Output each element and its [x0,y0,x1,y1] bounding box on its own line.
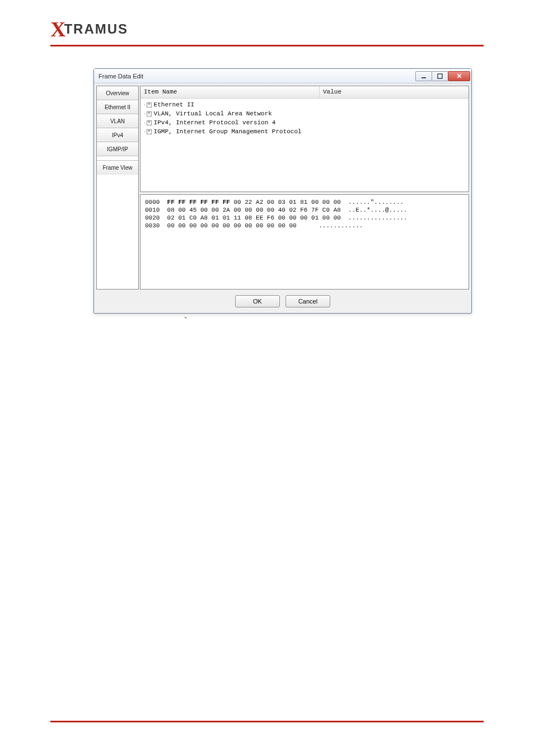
tree-row-label: Ethernet II [154,101,195,108]
tree-row-vlan[interactable]: ·+VLAN, Virtual Local Area Network [143,109,466,118]
stray-quote-mark: " [185,316,187,323]
expand-icon[interactable]: + [147,111,152,116]
tree-connector: · [143,128,147,135]
tree-connector: · [143,101,147,108]
cancel-button[interactable]: Cancel [285,295,330,307]
protocol-tree-panel: Item Name Value ·+Ethernet II ·+VLAN, Vi… [140,86,469,192]
maximize-icon [437,73,443,79]
tree-row-label: IPv4, Internet Protocol version 4 [154,119,276,126]
sidebar-item-frame-view[interactable]: Frame View [97,161,138,175]
svg-rect-0 [421,77,426,78]
tree-connector: · [143,110,147,117]
dialog-button-bar: OK Cancel [94,292,471,313]
tree-row-label: VLAN, Virtual Local Area Network [154,110,272,117]
dialog-sidebar: Overview Ethernet II VLAN IPv4 IGMP/IP F… [96,86,139,290]
expand-icon[interactable]: + [147,120,152,125]
sidebar-item-label: IPv4 [112,132,123,138]
sidebar-item-overview[interactable]: Overview [97,86,138,100]
sidebar-gap [97,156,138,161]
tree-header-item-name: Item Name [140,86,320,98]
hex-line: 0020 02 01 C0 A8 01 01 11 08 EE F6 00 00… [145,214,407,221]
logo-mark: X [50,17,65,41]
sidebar-item-label: Overview [106,90,129,96]
sidebar-item-label: IGMP/IP [107,146,128,152]
logo-text: TRAMUS [64,21,128,37]
tree-rows: ·+Ethernet II ·+VLAN, Virtual Local Area… [140,99,469,138]
header-divider [50,45,484,46]
sidebar-item-label: VLAN [110,118,125,124]
frame-data-edit-dialog: Frame Data Edit Overview Ethernet II VLA… [93,68,472,314]
tree-header: Item Name Value [140,86,469,99]
tree-row-ethernet-ii[interactable]: ·+Ethernet II [143,100,466,109]
svg-rect-1 [438,74,442,78]
tree-row-igmp[interactable]: ·+IGMP, Internet Group Management Protoc… [143,127,466,136]
hex-line: 0000 FF FF FF FF FF FF 00 22 A2 00 03 01… [145,199,404,206]
hex-dump-panel: 0000 FF FF FF FF FF FF 00 22 A2 00 03 01… [140,194,469,290]
ok-button[interactable]: OK [235,295,280,307]
expand-icon[interactable]: + [147,102,152,108]
window-maximize-button[interactable] [432,71,448,81]
dialog-titlebar[interactable]: Frame Data Edit [94,69,471,83]
sidebar-item-igmp-ip[interactable]: IGMP/IP [97,142,138,156]
minimize-icon [421,73,427,79]
sidebar-item-ipv4[interactable]: IPv4 [97,128,138,142]
window-close-button[interactable] [448,71,470,81]
tree-row-ipv4[interactable]: ·+IPv4, Internet Protocol version 4 [143,118,466,127]
window-minimize-button[interactable] [415,71,432,81]
tree-row-label: IGMP, Internet Group Management Protocol [154,128,302,135]
close-icon [456,73,462,79]
tree-header-value: Value [320,86,469,98]
sidebar-item-ethernet-ii[interactable]: Ethernet II [97,100,138,114]
hex-line: 0030 00 00 00 00 00 00 00 00 00 00 00 00… [145,222,363,229]
sidebar-item-label: Frame View [102,165,132,171]
sidebar-item-vlan[interactable]: VLAN [97,114,138,128]
expand-icon[interactable]: + [147,129,152,134]
brand-logo: XTRAMUS [50,17,128,41]
dialog-title: Frame Data Edit [99,73,143,80]
tree-connector: · [143,119,147,126]
sidebar-item-label: Ethernet II [105,104,130,110]
footer-divider [50,721,484,722]
hex-line: 0010 08 00 45 00 00 2A 00 00 00 00 40 02… [145,207,407,213]
